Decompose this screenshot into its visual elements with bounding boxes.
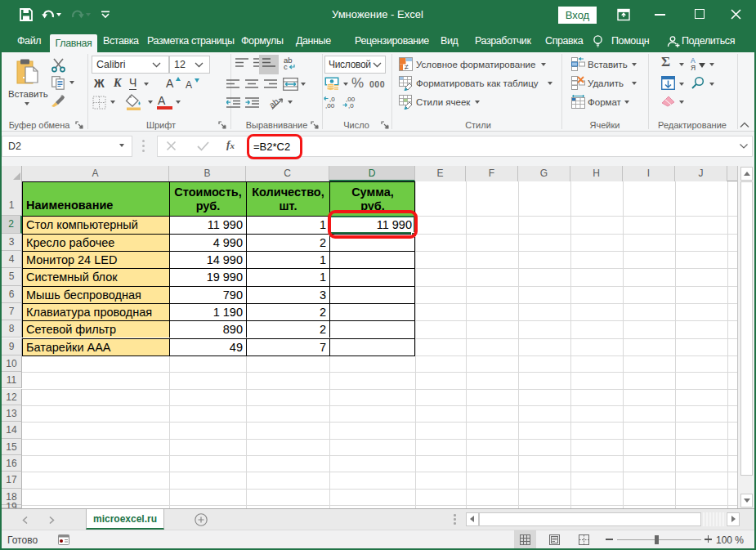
svg-text:Я: Я — [691, 64, 696, 71]
svg-text:c: c — [284, 62, 288, 70]
svg-text:≠: ≠ — [405, 63, 409, 71]
svg-text:,0: ,0 — [348, 102, 354, 109]
svg-text:,00: ,00 — [325, 102, 335, 109]
